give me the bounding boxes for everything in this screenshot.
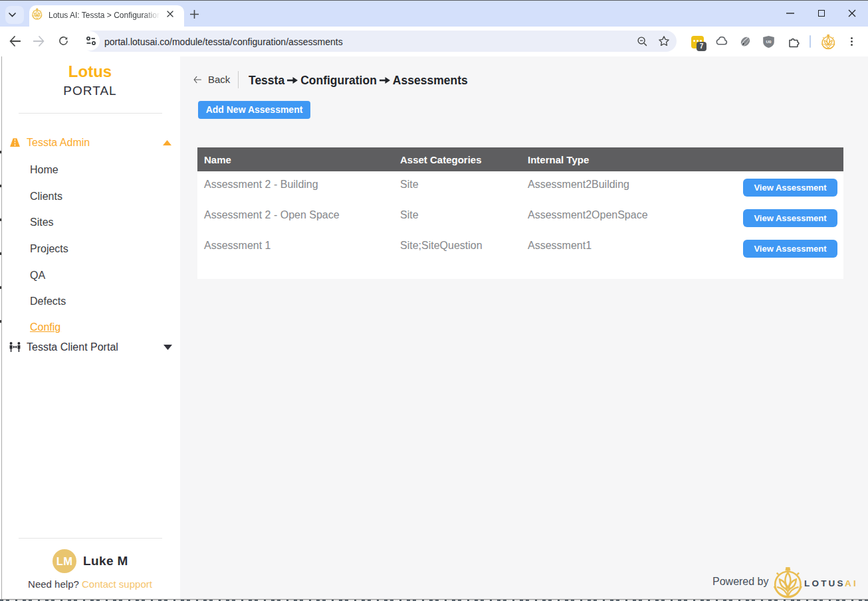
svg-text:U0: U0 xyxy=(766,39,772,44)
